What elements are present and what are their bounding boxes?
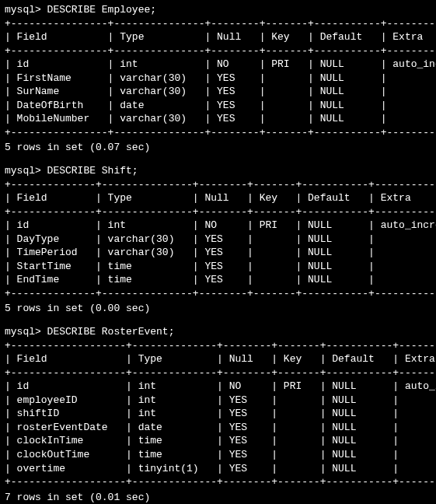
table-separator: +--------------+---------------+--------… <box>5 178 431 192</box>
table-row: | overtime | tinyint(1) | YES | | NULL |… <box>5 462 431 476</box>
table-row: | shiftID | int | YES | | NULL | | <box>5 407 431 421</box>
mysql-prompt: mysql> DESCRIBE RosterEvent; <box>5 325 431 339</box>
table-header-row: | Field | Type | Null | Key | Default | … <box>5 352 431 366</box>
blank-line <box>5 317 431 325</box>
rows-in-set: 5 rows in set (0.07 sec) <box>5 141 431 155</box>
table-separator: +-------------------+--------------+----… <box>5 339 431 353</box>
table-separator: +-------------------+--------------+----… <box>5 475 431 489</box>
blank-line <box>5 156 431 164</box>
table-row: | DateOfBirth | date | YES | | NULL | | <box>5 99 431 113</box>
mysql-prompt: mysql> DESCRIBE Shift; <box>5 164 431 178</box>
table-header-row: | Field | Type | Null | Key | Default | … <box>5 30 431 44</box>
table-row: | employeeID | int | YES | | NULL | | <box>5 394 431 408</box>
table-separator: +-------------------+--------------+----… <box>5 366 431 380</box>
table-separator: +--------------+---------------+--------… <box>5 287 431 301</box>
table-separator: +----------------+---------------+------… <box>5 44 431 58</box>
table-row: | DayType | varchar(30) | YES | | NULL |… <box>5 233 431 247</box>
table-row: | id | int | NO | PRI | NULL | auto_incr… <box>5 58 431 72</box>
terminal-output: mysql> DESCRIBE Employee;+--------------… <box>0 0 436 504</box>
table-separator: +----------------+---------------+------… <box>5 17 431 31</box>
table-row: | clockInTime | time | YES | | NULL | | <box>5 434 431 448</box>
table-row: | id | int | NO | PRI | NULL | auto_incr… <box>5 380 431 394</box>
table-row: | EndTime | time | YES | | NULL | | <box>5 273 431 287</box>
table-separator: +--------------+---------------+--------… <box>5 205 431 219</box>
table-row: | clockOutTime | time | YES | | NULL | | <box>5 448 431 462</box>
rows-in-set: 7 rows in set (0.01 sec) <box>5 491 431 504</box>
rows-in-set: 5 rows in set (0.00 sec) <box>5 302 431 316</box>
table-row: | MobileNumber | varchar(30) | YES | | N… <box>5 112 431 126</box>
table-row: | StartTime | time | YES | | NULL | | <box>5 260 431 274</box>
table-row: | rosterEventDate | date | YES | | NULL … <box>5 421 431 435</box>
table-separator: +----------------+---------------+------… <box>5 126 431 140</box>
table-header-row: | Field | Type | Null | Key | Default | … <box>5 191 431 205</box>
table-row: | TimePeriod | varchar(30) | YES | | NUL… <box>5 246 431 260</box>
table-row: | id | int | NO | PRI | NULL | auto_incr… <box>5 219 431 233</box>
table-row: | FirstName | varchar(30) | YES | | NULL… <box>5 72 431 86</box>
mysql-prompt: mysql> DESCRIBE Employee; <box>5 3 431 17</box>
table-row: | SurName | varchar(30) | YES | | NULL |… <box>5 85 431 99</box>
